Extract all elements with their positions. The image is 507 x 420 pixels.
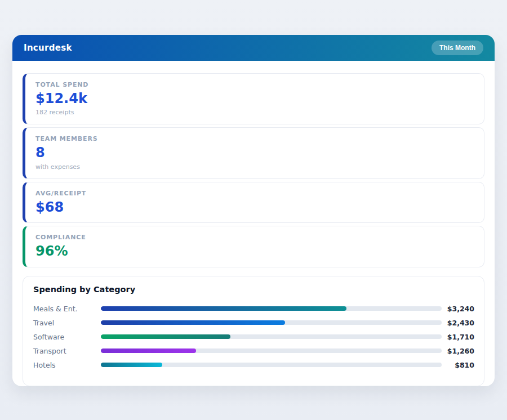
stat-label: AVG/RECEIPT — [35, 190, 474, 197]
category-value: $1,710 — [442, 333, 474, 341]
stat-label: TOTAL SPEND — [35, 81, 474, 88]
period-badge[interactable]: This Month — [432, 41, 483, 55]
app-header: Incurdesk This Month — [12, 35, 495, 61]
bar-fill-travel — [101, 320, 285, 325]
stat-value: $12.4k — [35, 91, 474, 106]
bar-fill-transport — [101, 348, 196, 353]
chart-row-meals: Meals & Ent. $3,240 — [33, 302, 474, 316]
bar-track — [101, 363, 442, 367]
category-label: Software — [33, 333, 101, 341]
stat-value: 96% — [35, 244, 474, 258]
stat-value: 8 — [35, 145, 474, 160]
stat-subtext: 182 receipts — [35, 109, 474, 116]
stat-label: TEAM MEMBERS — [35, 135, 474, 142]
app-title: Incurdesk — [24, 43, 72, 53]
dashboard-content: TOTAL SPEND $12.4k 182 receipts TEAM MEM… — [12, 61, 495, 386]
stat-value: $68 — [35, 200, 474, 215]
bar-track — [101, 334, 442, 339]
category-value: $2,430 — [442, 319, 474, 327]
bar-track — [101, 306, 442, 311]
bar-fill-hotels — [101, 363, 162, 367]
stat-card-compliance: COMPLIANCE 96% — [23, 226, 484, 267]
stat-card-total-spend: TOTAL SPEND $12.4k 182 receipts — [23, 73, 484, 124]
category-label: Transport — [33, 347, 101, 355]
chart-row-hotels: Hotels $810 — [33, 358, 474, 372]
category-value: $1,260 — [442, 347, 474, 355]
bar-fill-meals — [101, 306, 346, 311]
chart-title: Spending by Category — [33, 285, 474, 294]
category-value: $810 — [442, 361, 474, 369]
chart-row-travel: Travel $2,430 — [33, 316, 474, 330]
stat-label: COMPLIANCE — [35, 234, 474, 241]
bar-track — [101, 320, 442, 325]
chart-row-transport: Transport $1,260 — [33, 344, 474, 358]
chart-row-software: Software $1,710 — [33, 330, 474, 344]
category-label: Meals & Ent. — [33, 305, 101, 313]
stat-subtext: with expenses — [35, 163, 474, 171]
stat-card-team-members: TEAM MEMBERS 8 with expenses — [23, 127, 484, 178]
category-label: Travel — [33, 319, 101, 327]
dashboard-panel: Incurdesk This Month TOTAL SPEND $12.4k … — [12, 35, 495, 386]
stat-card-avg-receipt: AVG/RECEIPT $68 — [23, 182, 484, 223]
category-value: $3,240 — [442, 305, 474, 313]
bar-fill-software — [101, 334, 230, 339]
spending-by-category-chart: Spending by Category Meals & Ent. $3,240… — [23, 276, 484, 386]
category-label: Hotels — [33, 361, 101, 369]
bar-track — [101, 348, 442, 353]
